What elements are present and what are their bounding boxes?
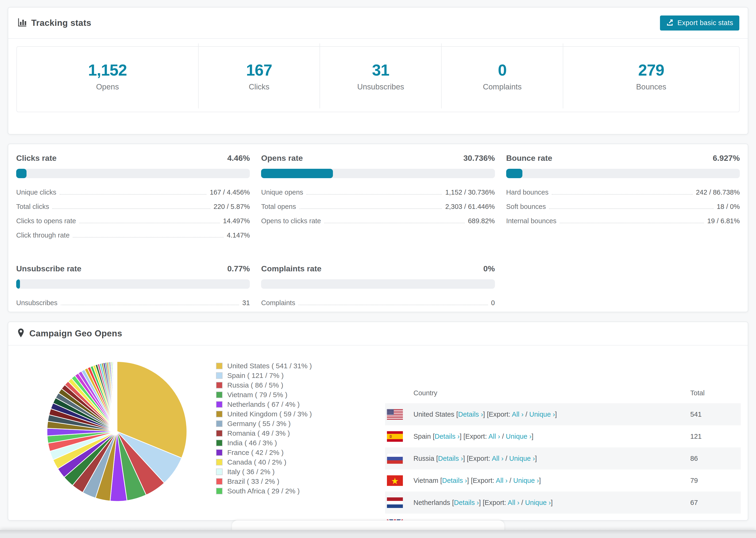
legend-swatch (216, 459, 223, 465)
bracket: ] (535, 455, 537, 462)
page-title: Tracking stats (31, 18, 91, 28)
legend-label: Netherlands ( 67 / 4% ) (227, 401, 299, 408)
stat-value: 1,152 (88, 61, 127, 79)
details-link[interactable]: Details › (435, 433, 459, 440)
pie-slice[interactable] (117, 361, 117, 431)
stat-value: 167 (246, 61, 272, 79)
rate-value: 0% (483, 264, 495, 273)
rate-value: 0.77% (227, 264, 250, 273)
table-row-nl: Netherlands [Details ›] [Export: All › /… (385, 492, 741, 513)
flag-es-icon (387, 431, 403, 442)
bracket: ] (551, 499, 553, 506)
rate-rows: Hard bounces242 / 86.738%Soft bounces18 … (506, 188, 740, 225)
details-link[interactable]: Details › (438, 455, 463, 462)
dotted-leader (60, 194, 207, 194)
geo-table: Country Total United States [Details ›] … (385, 383, 741, 521)
slash: / (523, 410, 529, 418)
legend-item: Romania ( 49 / 3% ) (216, 428, 312, 438)
legend-item: United States ( 541 / 31% ) (216, 361, 312, 371)
geo-table-header: Country Total (385, 383, 741, 403)
details-link[interactable]: Details › (458, 410, 483, 418)
bracket: ] [Export: (479, 499, 508, 506)
legend-item: Vietnam ( 79 / 5% ) (216, 390, 312, 400)
dotted-leader (80, 223, 220, 223)
export-unique-link[interactable]: Unique › (506, 433, 531, 440)
rate-title-row: Opens rate30.736% (261, 153, 495, 163)
legend-item: India ( 46 / 3% ) (216, 438, 312, 448)
rate-row-label: Unsubscribes (16, 299, 58, 307)
legend-swatch (216, 420, 223, 427)
legend-swatch (216, 430, 223, 437)
legend-label: United States ( 541 / 31% ) (227, 362, 312, 370)
export-all-link[interactable]: All › (492, 455, 504, 462)
legend-label: Romania ( 49 / 3% ) (227, 429, 290, 437)
export-unique-link[interactable]: Unique › (513, 477, 539, 484)
progress-bar-fill (16, 279, 20, 289)
slash: / (500, 433, 506, 440)
total-cell: 541 (690, 410, 741, 418)
export-unique-link[interactable]: Unique › (529, 410, 555, 418)
progress-bar (16, 169, 250, 178)
total-cell: 121 (690, 433, 741, 440)
flag-cell (387, 497, 405, 508)
legend-swatch (216, 372, 223, 379)
export-unique-link[interactable]: Unique › (525, 499, 551, 506)
summary-stat-bounces: 279Bounces (563, 43, 739, 108)
rate-row-value: 18 / 0% (717, 203, 740, 211)
rate-row-label: Complaints (261, 299, 295, 307)
details-link[interactable]: Details › (454, 499, 479, 506)
rate-row: Internal bounces19 / 6.81% (506, 217, 740, 225)
dotted-leader (306, 194, 442, 194)
rate-section-bounce-rate: Bounce rate6.927%Hard bounces242 / 86.73… (506, 153, 740, 232)
export-basic-stats-button[interactable]: Export basic stats (660, 16, 739, 30)
details-link[interactable]: Details › (442, 477, 467, 484)
bracket: ] [Export: (483, 410, 512, 418)
legend-swatch (216, 478, 223, 485)
export-unique-link[interactable]: Unique › (509, 455, 535, 462)
table-row-es: Spain [Details ›] [Export: All › / Uniqu… (385, 425, 741, 447)
rate-rows: Unique clicks167 / 4.456%Total clicks220… (16, 188, 250, 239)
summary-stat-clicks: 167Clicks (198, 43, 320, 108)
rate-row-value: 689.82% (468, 217, 495, 225)
stat-label: Clicks (249, 82, 270, 91)
total-cell: 86 (690, 455, 741, 462)
geo-pie-chart (42, 356, 192, 507)
bracket: [ (452, 499, 454, 506)
rate-row-value: 19 / 6.81% (707, 217, 740, 225)
summary-stat-complaints: 0Complaints (441, 43, 563, 108)
rate-row: Soft bounces18 / 0% (506, 203, 740, 211)
slash: / (519, 499, 525, 506)
rate-row-value: 242 / 86.738% (696, 188, 740, 196)
rate-section-complaints-rate: Complaints rate0%Complaints0 (261, 264, 495, 313)
progress-bar (261, 169, 495, 178)
bracket: ] (555, 410, 557, 418)
dotted-leader (73, 237, 224, 238)
legend-label: Germany ( 55 / 3% ) (227, 420, 291, 428)
column-header-country: Country (413, 389, 690, 397)
rate-row-label: Unique opens (261, 188, 303, 196)
stat-label: Complaints (483, 82, 522, 91)
stat-value: 31 (372, 61, 390, 79)
rate-row-value: 1,152 / 30.736% (445, 188, 495, 196)
export-all-link[interactable]: All › (488, 433, 500, 440)
rates-grid: Clicks rate4.46%Unique clicks167 / 4.456… (16, 153, 740, 313)
export-all-link[interactable]: All › (496, 477, 508, 484)
rate-row-value: 31 (242, 299, 250, 307)
rate-row: Total opens2,303 / 61.446% (261, 203, 495, 211)
rate-row-label: Clicks to opens rate (16, 217, 76, 225)
tracking-stats-header: Tracking stats Export basic stats (8, 8, 748, 39)
rate-title: Unsubscribe rate (16, 264, 81, 273)
legend-label: France ( 42 / 2% ) (227, 449, 284, 457)
export-all-link[interactable]: All › (512, 410, 523, 418)
country-cell: Netherlands [Details ›] [Export: All › /… (413, 499, 690, 507)
geo-header: Campaign Geo Opens (8, 322, 748, 346)
export-all-link[interactable]: All › (508, 499, 519, 506)
progress-bar-fill (16, 169, 27, 178)
table-row-vn: Vietnam [Details ›] [Export: All › / Uni… (385, 469, 741, 492)
rate-title: Complaints rate (261, 264, 321, 273)
stat-label: Opens (96, 82, 119, 91)
rate-section-unsubscribe-rate: Unsubscribe rate0.77%Unsubscribes31 (16, 264, 250, 313)
campaign-geo-opens-card: Campaign Geo Opens United States ( 541 /… (8, 322, 748, 521)
rate-rows: Unique opens1,152 / 30.736%Total opens2,… (261, 188, 495, 225)
rate-row-value: 220 / 5.87% (214, 203, 250, 211)
